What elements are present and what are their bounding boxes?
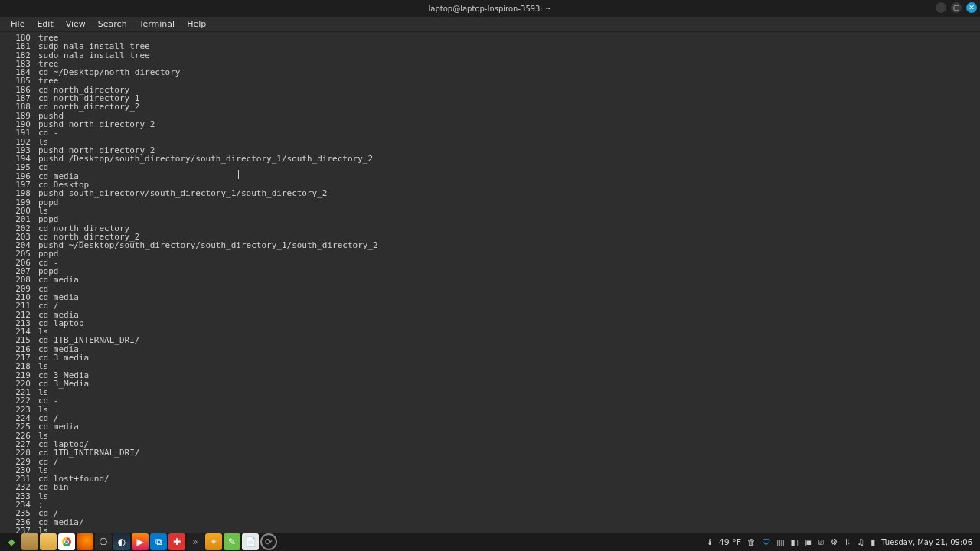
close-button[interactable]: ✕ (966, 2, 977, 13)
history-line: 188cd north_directory_2 (6, 103, 974, 111)
history-line: 220cd 3_Media (6, 380, 974, 388)
menu-launcher-icon[interactable]: ◆ (3, 533, 20, 550)
clock[interactable]: Tuesday, May 21, 09:06 (881, 538, 972, 546)
trash-icon[interactable]: 🗑 (747, 537, 756, 547)
line-number: 215 (6, 336, 31, 344)
history-line: 195cd (6, 163, 974, 171)
tray-icon-4[interactable]: ⎚ (818, 537, 824, 547)
command-text: cd 1TB_INTERNAL_DRI/ (38, 448, 139, 457)
command-text: cd media (38, 276, 79, 284)
history-line: 200ls (6, 207, 974, 215)
tray-icon-3[interactable]: ▣ (805, 537, 812, 547)
command-text: sudp nala install tree (38, 42, 150, 51)
command-text: cd ~/Desktop/north_directory (38, 68, 180, 77)
history-line: 207popd (6, 267, 974, 276)
line-number: 211 (6, 302, 31, 310)
history-line: 215cd 1TB_INTERNAL_DRI/ (6, 336, 974, 344)
line-number: 237 (6, 527, 31, 533)
history-line: 187cd north_directory_1 (6, 94, 974, 103)
menubar: File Edit View Search Terminal Help (0, 17, 980, 32)
line-number: 225 (6, 422, 31, 431)
command-text: pushd /Desktop/south_directory/south_dir… (38, 155, 373, 163)
line-number: 208 (6, 276, 31, 284)
history-line: 182sudo nala install tree (6, 51, 974, 60)
app-icon-orange[interactable]: ✦ (205, 533, 222, 550)
history-line: 223ls (6, 406, 974, 414)
command-text: cd / (38, 302, 59, 310)
media-player-icon[interactable]: ▶ (132, 533, 149, 550)
battery-icon[interactable]: ▮ (871, 537, 875, 547)
firefox-icon[interactable] (77, 533, 93, 550)
line-number: 218 (6, 362, 31, 370)
menu-file[interactable]: File (5, 18, 31, 31)
file-manager-icon[interactable] (40, 533, 57, 550)
history-line: 237ls (6, 527, 974, 533)
weather-tray[interactable]: 🌡 49 °F (706, 537, 741, 547)
menu-view[interactable]: View (60, 18, 92, 31)
history-line: 186cd north_directory (6, 86, 974, 94)
history-line: 222cd - (6, 396, 974, 405)
app-icon-generic-1[interactable]: ⎔ (95, 533, 112, 550)
thermometer-icon: 🌡 (706, 537, 714, 547)
history-line: 231cd lost+found/ (6, 474, 974, 483)
line-number: 228 (6, 448, 31, 457)
terminal-output[interactable]: 180tree181sudp nala install tree182sudo … (0, 32, 980, 533)
history-line: 181sudp nala install tree (6, 42, 974, 51)
history-line: 194pushd /Desktop/south_directory/south_… (6, 155, 974, 163)
history-line: 205popd (6, 249, 974, 258)
update-manager-icon[interactable]: ⟳ (260, 533, 277, 550)
network-icon[interactable]: ⥮ (844, 537, 851, 547)
history-line: 214ls (6, 328, 974, 336)
maximize-button[interactable]: ▢ (951, 2, 962, 13)
history-line: 234; (6, 500, 974, 509)
vscode-icon[interactable]: ⧉ (150, 533, 167, 550)
minimize-button[interactable]: — (936, 2, 946, 13)
history-line: 221ls (6, 388, 974, 396)
history-line: 196cd media (6, 172, 974, 181)
app-icon-green[interactable]: ✎ (224, 533, 240, 550)
menu-terminal[interactable]: Terminal (133, 18, 181, 31)
line-number: 191 (6, 129, 31, 137)
history-line: 191cd - (6, 129, 974, 137)
history-line: 212cd media (6, 311, 974, 319)
history-line: 202cd north_directory (6, 224, 974, 233)
tray-icon-2[interactable]: ◧ (791, 537, 799, 547)
shield-icon[interactable]: 🛡 (762, 537, 770, 547)
history-line: 219cd_3_Media (6, 371, 974, 380)
menu-edit[interactable]: Edit (31, 18, 59, 31)
history-line: 208cd media (6, 276, 974, 284)
menu-help[interactable]: Help (181, 18, 212, 31)
line-number: 188 (6, 103, 31, 111)
chrome-icon[interactable] (58, 533, 75, 550)
history-line: 226ls (6, 432, 974, 440)
audio-icon[interactable]: ♫ (857, 537, 864, 547)
history-line: 216cd media (6, 345, 974, 354)
menu-search[interactable]: Search (92, 18, 133, 31)
app-icon-red[interactable]: ✚ (168, 533, 185, 550)
command-text: ls (38, 527, 48, 533)
line-number: 181 (6, 42, 31, 51)
history-line: 210cd media (6, 293, 974, 302)
history-line: 235cd / (6, 509, 974, 517)
text-cursor-icon (238, 170, 239, 179)
history-line: 227cd laptop/ (6, 440, 974, 448)
text-editor-icon[interactable]: 📄 (242, 533, 259, 550)
show-desktop-icon[interactable] (21, 533, 38, 550)
command-text: cd / (38, 509, 59, 517)
history-line: 211cd / (6, 302, 974, 310)
history-line: 206cd - (6, 259, 974, 267)
app-icon-dark[interactable]: » (187, 533, 204, 550)
command-text: popd (38, 215, 59, 223)
history-line: 217cd 3 media (6, 354, 974, 362)
command-text: cd north_directory_2 (38, 103, 139, 111)
steam-icon[interactable]: ◐ (113, 533, 130, 550)
history-line: 224cd / (6, 414, 974, 422)
history-line: 190pushd north_directory_2 (6, 120, 974, 129)
history-line: 228cd 1TB_INTERNAL_DRI/ (6, 448, 974, 457)
command-text: cd - (38, 129, 59, 137)
command-text: ls (38, 362, 48, 370)
tray-icon-1[interactable]: ▥ (776, 537, 784, 547)
tray-icon-5[interactable]: ⚙ (830, 537, 838, 547)
temperature-value: 49 °F (719, 537, 741, 547)
line-number: 198 (6, 189, 31, 197)
